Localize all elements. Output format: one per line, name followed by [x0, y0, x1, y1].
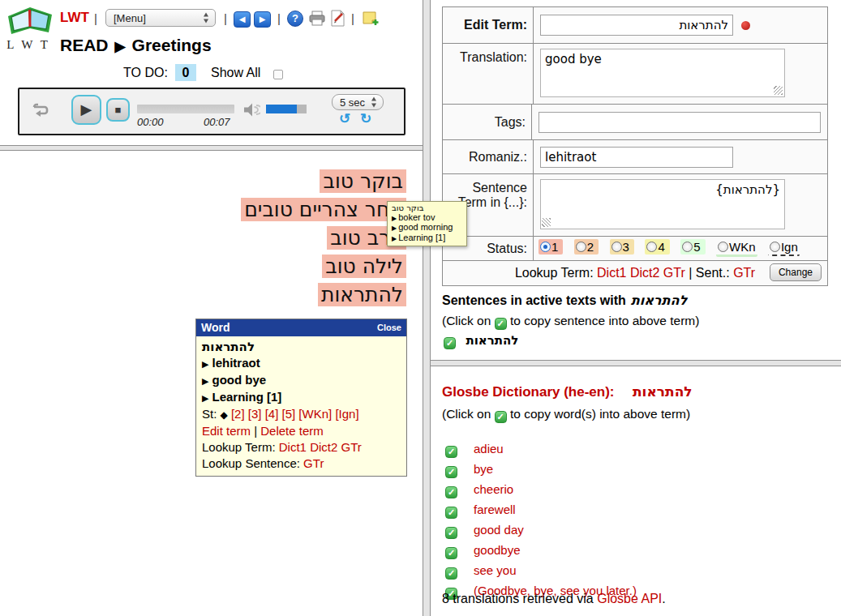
term-highlighted[interactable]: לילה טוב — [322, 255, 406, 278]
copy-word-button[interactable]: ✓ — [445, 507, 457, 519]
dict2-link[interactable]: Dict2 — [630, 266, 659, 280]
popup-edit-term-link[interactable]: Edit term — [202, 424, 251, 438]
speaker-icon — [243, 103, 260, 117]
brand-lwt[interactable]: LWT — [60, 10, 89, 26]
frame-divider-vertical[interactable] — [423, 0, 431, 616]
status-option-4[interactable]: 5 — [680, 239, 705, 255]
word-popup-titlebar[interactable]: Word Close — [196, 319, 406, 336]
copy-word-button[interactable]: ✓ — [445, 486, 457, 498]
popup-term: להתראות — [202, 339, 401, 355]
translation-link[interactable]: adieu — [474, 442, 504, 456]
todo-label: TO DO: — [123, 66, 168, 80]
breadcrumb-arrow-icon: ▶ — [115, 39, 126, 54]
stop-button[interactable]: ■ — [106, 98, 130, 122]
sent-gtr-link[interactable]: GTr — [733, 266, 755, 280]
term-highlighted[interactable]: להתראות — [318, 283, 406, 306]
sent-label: Sent.: — [696, 266, 730, 280]
radio-icon[interactable] — [611, 242, 622, 252]
popup-gtr-link[interactable]: GTr — [341, 440, 362, 454]
sentence-item-term[interactable]: להתראות — [466, 333, 518, 348]
word-popup: Word Close להתראות ▶lehitraot ▶good bye … — [195, 319, 407, 477]
translation-label-text: Translation: — [460, 50, 527, 65]
translation-link[interactable]: bye — [474, 462, 493, 476]
frame-divider-horizontal-right[interactable] — [431, 360, 841, 366]
status-option-0[interactable]: 1 — [538, 239, 563, 255]
popup-status-link[interactable]: [3] — [248, 407, 262, 421]
seek-bar[interactable] — [137, 105, 234, 113]
translation-link[interactable]: goodbye — [474, 543, 521, 557]
hint-before: (Click on — [442, 314, 491, 327]
translation-textarea[interactable]: good bye — [540, 49, 785, 97]
mute-button[interactable] — [243, 103, 260, 117]
loop-button[interactable] — [31, 101, 49, 118]
translation-item: ✓adieu — [445, 442, 637, 458]
status-option-5[interactable]: WKn — [716, 239, 757, 257]
previous-text-button[interactable]: ◀ — [234, 11, 251, 28]
term-highlighted[interactable]: אחר צהריים טובים — [241, 198, 406, 221]
repeat-icon — [31, 101, 49, 118]
frame-divider-horizontal-left[interactable] — [0, 145, 423, 151]
popup-sentence-gtr-link[interactable]: GTr — [303, 456, 324, 470]
copy-word-button[interactable]: ✓ — [445, 466, 457, 478]
popup-status-link[interactable]: [WKn] — [298, 407, 332, 421]
radio-icon[interactable] — [770, 242, 780, 252]
dict1-link[interactable]: Dict1 — [597, 266, 626, 280]
popup-dict1-link[interactable]: Dict1 — [279, 440, 307, 454]
volume-bar-rest[interactable] — [297, 105, 307, 113]
title-text-name: Greetings — [132, 36, 212, 54]
todo-count-badge[interactable]: 0 — [175, 64, 196, 81]
change-button[interactable]: Change — [770, 263, 822, 281]
popup-status-link[interactable]: [5] — [282, 407, 296, 421]
next-text-button[interactable]: ▶ — [254, 11, 271, 28]
status-option-3[interactable]: 4 — [645, 239, 669, 255]
tags-input[interactable] — [538, 112, 821, 133]
rewind-icon: ↺ — [339, 111, 350, 126]
volume-bar-fill[interactable] — [266, 105, 297, 113]
edit-text-button[interactable] — [330, 10, 345, 27]
play-button[interactable]: ▶ — [71, 95, 101, 125]
edit-term-input[interactable] — [540, 15, 733, 36]
popup-dict2-link[interactable]: Dict2 — [310, 440, 337, 454]
translation-link[interactable]: cheerio — [474, 482, 513, 496]
status-option-1[interactable]: 2 — [574, 239, 599, 255]
term-highlighted[interactable]: בוקר טוב — [320, 169, 406, 193]
jump-seconds-select[interactable]: 5 sec — [332, 94, 384, 110]
translation-link[interactable]: good day — [474, 523, 524, 537]
menu-select-value: [Menu] — [114, 12, 146, 24]
romanization-input[interactable] — [540, 147, 733, 168]
copy-word-button[interactable]: ✓ — [445, 547, 457, 559]
stop-icon: ■ — [115, 104, 122, 116]
fast-forward-button[interactable]: ↻ — [360, 110, 371, 127]
translation-link[interactable]: farewell — [474, 503, 516, 516]
copy-word-button[interactable]: ✓ — [445, 446, 457, 458]
popup-delete-term-link[interactable]: Delete term — [260, 424, 324, 438]
new-text-button[interactable] — [363, 11, 380, 27]
note-plus-icon — [363, 11, 380, 27]
sentence-textarea[interactable]: {להתראות} — [540, 179, 785, 229]
lwt-logo-icon[interactable] — [5, 3, 55, 39]
status-option-2[interactable]: 3 — [610, 239, 634, 255]
glosbe-api-link[interactable]: Glosbe API — [597, 592, 662, 605]
jump-seconds-value: 5 sec — [340, 96, 365, 109]
popup-status-link[interactable]: [4] — [265, 407, 279, 421]
radio-icon[interactable] — [576, 242, 586, 252]
print-button[interactable] — [309, 11, 325, 26]
radio-icon[interactable] — [718, 242, 728, 252]
radio-icon[interactable] — [646, 242, 657, 252]
word-popup-close[interactable]: Close — [377, 323, 401, 332]
translation-link[interactable]: see you — [474, 563, 517, 577]
radio-icon[interactable] — [540, 242, 551, 252]
gtr-link[interactable]: GTr — [663, 266, 685, 280]
menu-select[interactable]: [Menu] — [105, 9, 216, 27]
status-option-6[interactable]: Ign — [768, 239, 800, 256]
help-button[interactable]: ? — [287, 11, 303, 27]
copy-sentence-button[interactable]: ✓ — [444, 337, 456, 349]
popup-status-link[interactable]: [2] — [231, 407, 245, 421]
footer-period: . — [662, 592, 665, 605]
popup-status-link[interactable]: [Ign] — [335, 407, 358, 421]
copy-word-button[interactable]: ✓ — [445, 567, 457, 580]
rewind-button[interactable]: ↺ — [339, 110, 350, 127]
show-all-checkbox[interactable] — [273, 70, 283, 79]
radio-icon[interactable] — [682, 242, 693, 252]
copy-word-button[interactable]: ✓ — [445, 527, 457, 539]
